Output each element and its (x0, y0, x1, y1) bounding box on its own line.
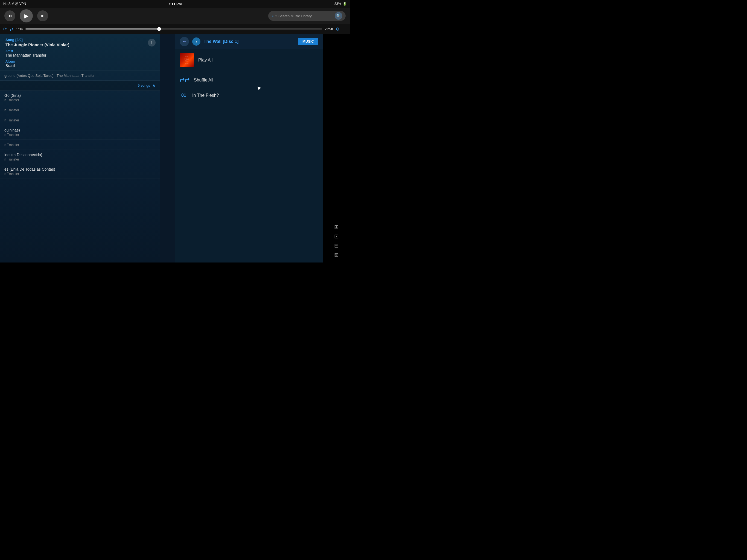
sim-status: No SIM ⓦ VPN (3, 2, 26, 6)
pause-button-sm[interactable]: ⏸ (342, 27, 347, 31)
playlist-item-artist: n Transfer (4, 108, 156, 112)
right-panel-header: ← ♪ The Wall [Disc 1] MUSIC (175, 34, 323, 49)
transport-right: ♪ ▾ 🔍 (268, 11, 345, 21)
equalizer-button[interactable]: ⚙ (336, 27, 340, 32)
progress-bar-row: ⟳ ⇄ 1:34 -1:58 ⚙ ⏸ (0, 24, 350, 34)
transport-bar: ⏮ ▶ ⏭ ♪ ▾ 🔍 (0, 8, 350, 24)
music-note-icon: ♪ (272, 14, 274, 18)
back-button[interactable]: ← (180, 37, 189, 46)
playlist-section: 9 songs ∧ Go (Sina) n Transfer n Transfe… (0, 81, 160, 179)
list-item[interactable]: lequim Desconhecido) n Transfer (0, 150, 160, 164)
list-item[interactable]: n Transfer (0, 105, 160, 115)
playlist-item-artist: n Transfer (4, 172, 156, 176)
side-icon-2[interactable]: ⊡ (334, 233, 339, 239)
side-icon-4[interactable]: ⊠ (334, 252, 339, 258)
side-icon-3[interactable]: ⊟ (334, 242, 339, 249)
remaining-time: -1:58 (325, 27, 333, 31)
playlist-item-artist: n Transfer (4, 143, 156, 147)
album-icon: ♪ (192, 37, 200, 46)
progress-track[interactable] (25, 28, 322, 29)
song-title: The Jungle Pioneer (Viola Violar) (5, 42, 146, 47)
track-number: 01 (180, 93, 188, 98)
play-button[interactable]: ▶ (20, 9, 33, 22)
list-item[interactable]: Go (Sina) n Transfer (0, 91, 160, 105)
prev-button[interactable]: ⏮ (4, 10, 15, 21)
track-item[interactable]: 01 In The Flesh? (175, 89, 323, 102)
now-playing-text: Song [8/9] The Jungle Pioneer (Viola Vio… (5, 38, 146, 68)
list-item[interactable]: n Transfer (0, 140, 160, 150)
songs-count: 9 songs (137, 83, 150, 87)
info-button[interactable]: ℹ (148, 39, 156, 47)
artist-label: Artist (5, 49, 146, 53)
playlist-item-title: lequim Desconhecido) (4, 153, 156, 157)
collapse-button[interactable]: ∧ (152, 83, 156, 88)
side-icon-1[interactable]: ⊞ (334, 224, 339, 230)
shuffle-all-icon: ⇄⇄ (180, 75, 189, 85)
status-right: 83% 🔋 (334, 2, 347, 6)
progress-dot (157, 27, 161, 31)
main-content: Song [8/9] The Jungle Pioneer (Viola Vio… (0, 34, 350, 262)
list-item[interactable]: n Transfer (0, 115, 160, 125)
list-item[interactable]: quininas) n Transfer (0, 125, 160, 140)
playlist-header: 9 songs ∧ (0, 81, 160, 91)
album-label: Album (5, 59, 146, 63)
next-button[interactable]: ⏭ (37, 10, 48, 21)
current-time: 1:34 (16, 27, 23, 31)
playlist-item-artist: n Transfer (4, 157, 156, 161)
status-time: 7:11 PM (168, 2, 182, 6)
list-item[interactable]: es (Ehia De Todas as Contas) n Transfer (0, 164, 160, 179)
album-title: The Wall [Disc 1] (204, 39, 295, 44)
album-value: Brasil (5, 63, 146, 68)
playlist-item-artist: n Transfer (4, 133, 156, 137)
right-panel: ← ♪ The Wall [Disc 1] MUSIC PinkFloydThe… (175, 34, 323, 262)
now-playing-track: ground (Antes Que Seja Tarde) - The Manh… (0, 71, 160, 81)
song-label: Song [8/9] (5, 38, 146, 42)
status-bar: No SIM ⓦ VPN 7:11 PM 83% 🔋 (0, 0, 350, 8)
dropdown-icon[interactable]: ▾ (275, 15, 277, 18)
side-panel: ⊞ ⊡ ⊟ ⊠ (323, 34, 350, 262)
battery-status: 83% (334, 2, 341, 6)
playlist-item-artist: n Transfer (4, 98, 156, 102)
search-input[interactable] (278, 14, 333, 18)
playlist-item-artist: n Transfer (4, 119, 156, 122)
play-all-text: Play All (198, 58, 212, 62)
status-left: No SIM ⓦ VPN (3, 2, 26, 6)
music-badge: MUSIC (298, 38, 318, 45)
repeat-button[interactable]: ⟳ (3, 27, 7, 32)
search-button[interactable]: 🔍 (335, 12, 342, 20)
playlist-item-title: quininas) (4, 128, 156, 132)
shuffle-all-text: Shuffle All (194, 78, 213, 82)
track-title: In The Flesh? (192, 93, 219, 98)
battery-icon: 🔋 (343, 2, 347, 6)
album-thumbnail: PinkFloydTheWall (180, 53, 194, 67)
track-list: PinkFloydTheWall Play All ⇄⇄ Shuffle All… (175, 49, 323, 262)
left-panel: Song [8/9] The Jungle Pioneer (Viola Vio… (0, 34, 160, 262)
search-bar: ♪ ▾ 🔍 (268, 11, 345, 21)
playlist-item-title: Go (Sina) (4, 93, 156, 98)
playlist-item-title: es (Ehia De Todas as Contas) (4, 167, 156, 172)
divider-panel (160, 34, 175, 262)
play-all-item[interactable]: PinkFloydTheWall Play All (175, 49, 323, 71)
progress-fill (25, 28, 159, 29)
shuffle-button-sm[interactable]: ⇄ (9, 27, 13, 32)
artist-value: The Manhattan Transfer (5, 53, 146, 57)
now-playing-header: Song [8/9] The Jungle Pioneer (Viola Vio… (0, 34, 160, 71)
shuffle-all-item[interactable]: ⇄⇄ Shuffle All (175, 71, 323, 89)
